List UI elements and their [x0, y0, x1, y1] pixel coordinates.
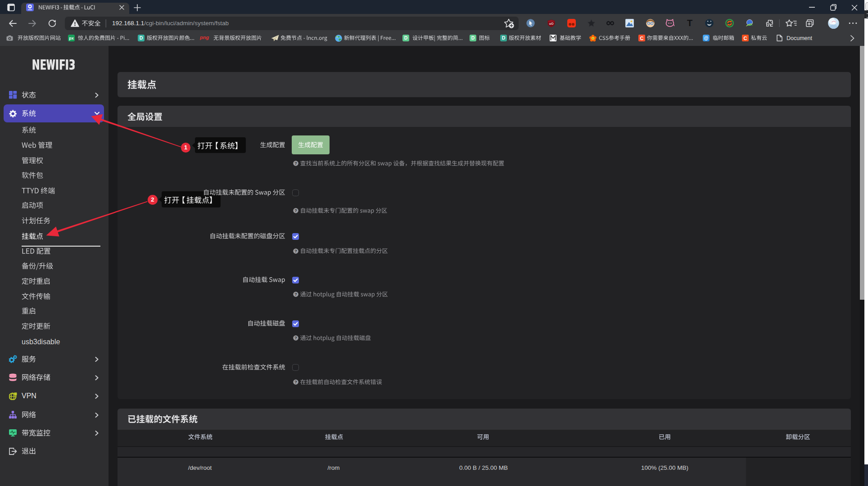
svg-text:D: D [404, 35, 407, 40]
svg-text:?: ? [294, 208, 297, 213]
svg-text:D: D [139, 35, 143, 40]
svg-text:C: C [640, 36, 644, 41]
svg-text:?: ? [294, 249, 297, 253]
svg-text:C: C [744, 36, 747, 41]
svg-text:?: ? [294, 292, 297, 297]
svg-text:D: D [471, 35, 475, 40]
svg-text:?: ? [294, 161, 297, 166]
svg-text:px: px [69, 36, 74, 40]
svg-text:?: ? [294, 336, 297, 340]
svg-text:uO: uO [549, 22, 554, 25]
svg-text:@: @ [704, 36, 709, 40]
svg-text:D: D [502, 35, 505, 40]
svg-text:?: ? [294, 380, 297, 384]
